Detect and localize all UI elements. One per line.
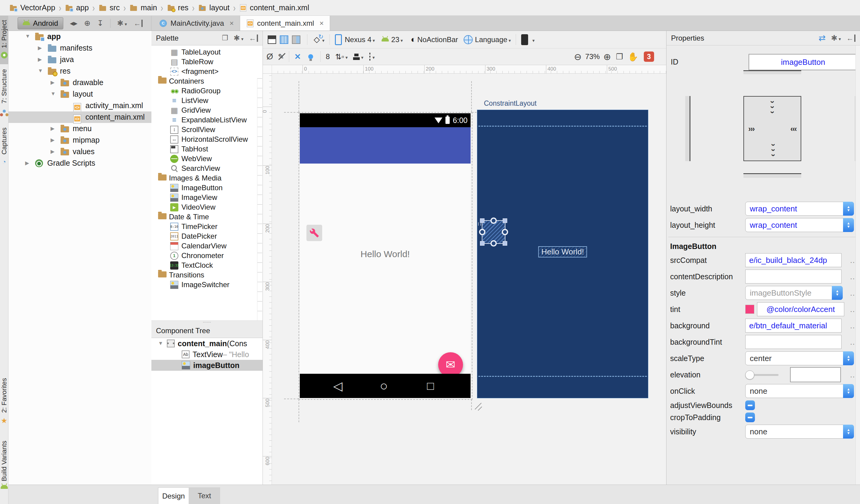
tree-item-activity_main-xml[interactable]: activity_main.xml (9, 100, 152, 112)
tool-window-button-7-structure[interactable]: 7: Structure (0, 69, 8, 115)
palette-category-transitions[interactable]: Transitions (152, 270, 262, 280)
clear-constraints-icon[interactable]: ✕ (294, 52, 301, 61)
theme-selector[interactable]: NoActionBar (417, 35, 458, 44)
stepper-icon[interactable]: ▲▼ (843, 218, 854, 232)
selected-image-button[interactable] (482, 220, 505, 244)
palette-scrollbar[interactable] (257, 78, 262, 320)
error-badge[interactable]: 3 (644, 52, 654, 62)
tree-collapsed-arrow-icon[interactable]: ▶ (38, 45, 42, 51)
stepper-icon[interactable]: ▲▼ (843, 202, 854, 216)
property-input-srcCompat[interactable]: e/ic_build_black_24dp (745, 253, 842, 267)
palette-item-chronometer[interactable]: 1Chronometer (152, 251, 262, 260)
align-icon[interactable] (353, 54, 360, 60)
breadcrumb-item[interactable]: main (129, 3, 157, 12)
palette-item-imagebutton[interactable]: ImageButton (152, 183, 262, 193)
api-level-selector[interactable]: 23 (391, 35, 399, 44)
property-dropdown-layout_width[interactable]: wrap_content▲▼ (745, 202, 854, 216)
gear-icon[interactable]: ✱▾ (117, 19, 127, 28)
show-decorations-icon[interactable]: Ø (267, 52, 273, 61)
palette-item-videoview[interactable]: ▶VideoView (152, 202, 262, 212)
collapse-expand-icon[interactable]: ◂▸ (70, 19, 77, 27)
palette-item-imageswitcher[interactable]: ImageSwitcher (152, 280, 262, 290)
hide-panel-icon[interactable]: ← (133, 19, 143, 28)
tree-item-app[interactable]: ▼app (9, 31, 152, 42)
tree-item-values[interactable]: ▶values (9, 146, 152, 158)
gear-icon[interactable]: ✱▾ (234, 34, 243, 42)
tree-collapsed-arrow-icon[interactable]: ▶ (51, 148, 55, 155)
property-toggle-cropToPadding[interactable] (745, 413, 755, 422)
property-slider-elevation[interactable] (745, 368, 778, 381)
palette-item-horizontalscrollview[interactable]: ↔HorizontalScrollView (152, 134, 262, 144)
property-input-elevation[interactable] (790, 367, 841, 382)
property-toggle-adjustViewBounds[interactable] (745, 400, 755, 410)
zoom-out-icon[interactable]: ⊖ (574, 52, 582, 62)
palette-item-scrollview[interactable]: ↕ScrollView (152, 125, 262, 134)
close-icon[interactable]: × (319, 19, 324, 28)
tree-collapsed-arrow-icon[interactable]: ▶ (51, 80, 55, 86)
project-view-selector[interactable]: Android (17, 17, 63, 29)
tree-item-menu[interactable]: ▶menu (9, 123, 152, 134)
editor-tab-mainactivity-java[interactable]: MainActivity.java× (153, 16, 240, 31)
selection-handle[interactable] (480, 241, 485, 246)
tool-window-button-1-project[interactable]: 1: Project (0, 20, 8, 58)
autoconnect-icon[interactable]: ✎ (278, 53, 284, 61)
constraint-layout-label[interactable]: ConstraintLayout (484, 99, 536, 107)
selection-handle[interactable] (503, 218, 507, 223)
textview-preview[interactable]: Hello World! (300, 249, 471, 259)
tree-item-drawable[interactable]: ▶drawable (9, 77, 152, 88)
canvas-resize-handle[interactable] (473, 402, 483, 413)
infer-constraints-icon[interactable] (308, 54, 313, 59)
tree-item-res[interactable]: ▼res (9, 66, 152, 77)
zoom-to-fit-icon[interactable]: ❐ (616, 52, 623, 61)
tree-item-manifests[interactable]: ▶manifests (9, 42, 152, 54)
constraint-anchor[interactable] (502, 229, 508, 235)
blueprint-view-mode-icon[interactable] (280, 35, 288, 44)
zoom-in-icon[interactable]: ⊕ (603, 52, 611, 62)
constraint-anchor[interactable] (490, 240, 497, 247)
locale-selector[interactable]: Language (475, 35, 507, 44)
tree-collapsed-arrow-icon[interactable]: ▶ (51, 137, 55, 143)
property-dropdown-visibility[interactable]: none▲▼ (745, 424, 854, 438)
palette-item-timepicker[interactable]: 8:10TimePicker (152, 222, 262, 231)
tree-item-layout[interactable]: ▼layout (9, 88, 152, 100)
tree-item-java[interactable]: ▶java (9, 54, 152, 66)
tree-expanded-arrow-icon[interactable]: ▼ (38, 68, 43, 74)
stepper-icon[interactable]: ▲▼ (832, 286, 843, 300)
pan-icon[interactable]: ✋ (628, 52, 638, 62)
stepper-icon[interactable]: ▲▼ (843, 351, 854, 365)
palette-category-images-media[interactable]: Images & Media (152, 173, 262, 183)
gear-icon[interactable]: ✱▾ (831, 34, 841, 42)
component-tree-item[interactable]: TextView – "Hello (152, 349, 262, 360)
stepper-icon[interactable]: ▲▼ (843, 384, 854, 398)
default-margin-value[interactable]: 8 (326, 53, 330, 61)
orientation-icon[interactable]: ◇ (314, 35, 320, 44)
tree-expanded-arrow-icon[interactable]: ▼ (158, 341, 163, 346)
property-input-tint[interactable]: @color/colorAccent (757, 302, 844, 316)
switch-view-icon[interactable]: ⇄ (818, 33, 826, 43)
tool-window-button-2-favorites[interactable]: 2: Favorites★ (0, 378, 8, 425)
constraint-widget-square[interactable]: ››› ‹‹‹ ››› ‹‹‹ (743, 96, 801, 161)
stepper-icon[interactable]: ▲▼ (843, 424, 854, 438)
selection-handle[interactable] (503, 241, 507, 246)
palette-item-radiogroup[interactable]: ◉◉RadioGroup (152, 86, 262, 96)
tree-item-gradle-scripts[interactable]: ▶Gradle Scripts (9, 158, 152, 169)
breadcrumb-item[interactable]: res (167, 3, 189, 12)
mode-tab-text[interactable]: Text (189, 487, 220, 504)
pack-icon[interactable]: ⇅▫ (335, 53, 344, 61)
design-view-mode-icon[interactable] (268, 35, 276, 44)
device-selector[interactable]: Nexus 4 (345, 35, 372, 44)
tree-collapsed-arrow-icon[interactable]: ▶ (25, 160, 29, 166)
tool-window-button-captures[interactable]: Captures◔ (0, 128, 8, 166)
palette-item-tablerow[interactable]: ▤TableRow (152, 57, 262, 67)
scroll-to-source-icon[interactable]: ↧ (97, 19, 103, 27)
editor-tab-content_main-xml[interactable]: content_main.xml× (240, 16, 330, 31)
property-input-backgroundTint[interactable] (745, 335, 842, 349)
copy-icon[interactable]: ❐ (222, 34, 228, 42)
component-tree-item[interactable]: imageButton (152, 360, 262, 371)
palette-item-datepicker[interactable]: 2011DatePicker (152, 231, 262, 241)
tree-collapsed-arrow-icon[interactable]: ▶ (38, 56, 42, 63)
palette-category-containers[interactable]: Containers (152, 76, 262, 86)
palette-item-tabhost[interactable]: TabHost (152, 144, 262, 154)
palette-item-tablelayout[interactable]: ▦TableLayout (152, 47, 262, 57)
night-mode-icon[interactable] (521, 34, 528, 45)
